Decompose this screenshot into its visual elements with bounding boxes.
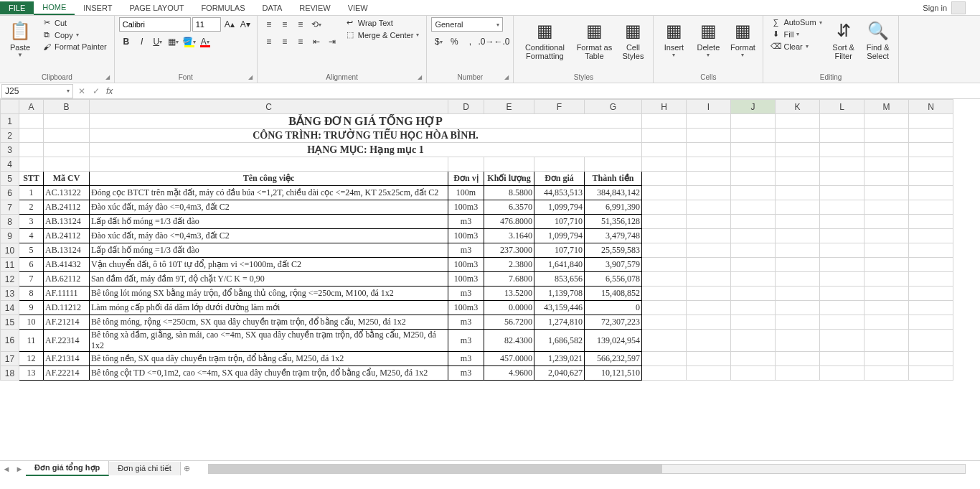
cell[interactable] [909,229,953,243]
cell[interactable] [864,229,909,243]
cell-ma[interactable]: AD.11212 [44,301,90,315]
cell-dg[interactable]: 1,274,810 [534,315,585,330]
cell-dv[interactable]: 100m3 [448,229,484,243]
cell[interactable] [687,366,731,381]
cell-dv[interactable]: m3 [448,287,484,301]
cell-ma[interactable]: AB.62112 [44,272,90,287]
clear-button[interactable]: ⌫Clear▾ [768,41,824,52]
cell-ten[interactable]: Bê tông cột TD <=0,1m2, cao <=4m, SX qua… [90,366,448,381]
row-header[interactable]: 8 [1,215,19,229]
comma-format-button[interactable]: , [463,34,477,49]
col-header[interactable]: E [484,100,534,114]
col-header[interactable]: D [448,100,484,114]
cell-tt[interactable]: 566,232,597 [585,352,642,366]
row-header[interactable]: 17 [1,352,19,366]
title-3[interactable]: HẠNG MỤC: Hạng mục 1 [90,143,642,157]
cell-ma[interactable]: AF.11111 [44,287,90,301]
cell[interactable] [687,215,731,229]
name-box[interactable]: J25▾ [1,84,73,98]
cell[interactable] [864,157,909,172]
cell[interactable] [820,114,864,129]
row-header[interactable]: 10 [1,243,19,258]
cell-dv[interactable]: 100m3 [448,272,484,287]
cell[interactable] [776,287,820,301]
cell-ma[interactable]: AB.13124 [44,215,90,229]
cell[interactable] [731,366,776,381]
cell-dv[interactable]: 100m [448,186,484,200]
cell-dv[interactable]: 100m3 [448,301,484,315]
cell[interactable] [909,287,953,301]
percent-format-button[interactable]: % [447,34,461,49]
cell-ten[interactable]: Bê tông lót móng SX bằng máy trộn, đổ bằ… [90,287,448,301]
cell[interactable] [820,215,864,229]
cell[interactable] [687,287,731,301]
cell-ma[interactable]: AF.22314 [44,330,90,352]
cell[interactable] [776,186,820,200]
cell-dg[interactable]: 1,239,021 [534,352,585,366]
cell[interactable] [909,129,953,143]
cell[interactable] [909,114,953,129]
cell[interactable] [642,215,687,229]
cell-stt[interactable]: 1 [19,186,44,200]
cell-dv[interactable]: 100m3 [448,200,484,215]
cell[interactable] [687,315,731,330]
cell[interactable] [909,352,953,366]
cell-kl[interactable]: 476.8000 [484,215,534,229]
col-header[interactable]: H [642,100,687,114]
cell-kl[interactable]: 8.5800 [484,186,534,200]
cell[interactable] [731,272,776,287]
cell[interactable] [687,186,731,200]
cell[interactable] [687,330,731,352]
cell[interactable] [864,243,909,258]
horizontal-scrollbar[interactable] [208,464,966,474]
cell-stt[interactable]: 4 [19,229,44,243]
tab-page-layout[interactable]: PAGE LAYOUT [121,1,192,14]
cell[interactable] [909,258,953,272]
cell-tt[interactable]: 51,356,128 [585,215,642,229]
tab-formulas[interactable]: FORMULAS [192,1,253,14]
cell-dv[interactable]: m3 [448,243,484,258]
cell[interactable] [864,287,909,301]
cell-stt[interactable]: 8 [19,287,44,301]
enter-formula-button[interactable]: ✓ [89,86,103,96]
cell-dg[interactable]: 853,656 [534,272,585,287]
cell[interactable] [864,258,909,272]
cell-dg[interactable]: 107,710 [534,243,585,258]
row-header[interactable]: 18 [1,366,19,381]
cell[interactable] [642,366,687,381]
table-header-cell[interactable]: Khối lượng [484,172,534,186]
tab-insert[interactable]: INSERT [75,1,121,14]
cell-kl[interactable]: 56.7200 [484,315,534,330]
cell[interactable] [909,172,953,186]
cell[interactable] [776,229,820,243]
cell-ten[interactable]: Đóng cọc BTCT trên mặt đất, máy có đầu b… [90,186,448,200]
cell-dg[interactable]: 1,641,840 [534,258,585,272]
cell-tt[interactable]: 25,559,583 [585,243,642,258]
cell[interactable] [776,215,820,229]
cell[interactable] [776,157,820,172]
format-cells-button[interactable]: ▦Format▾ [727,17,758,60]
fx-icon[interactable]: fx [106,86,113,96]
cell-ma[interactable]: AB.24112 [44,200,90,215]
cell[interactable] [731,287,776,301]
align-middle-button[interactable]: ≡ [278,17,292,32]
cell[interactable] [642,114,687,129]
cell[interactable] [820,157,864,172]
sort-filter-button[interactable]: ⇵Sort & Filter [828,17,859,62]
cell[interactable] [731,129,776,143]
cell[interactable] [642,229,687,243]
cell-dg[interactable]: 2,040,627 [534,366,585,381]
underline-button[interactable]: U▾ [151,34,165,49]
cell-stt[interactable]: 2 [19,200,44,215]
cell[interactable] [820,352,864,366]
row-header[interactable]: 1 [1,114,19,129]
cell[interactable] [585,157,642,172]
cell[interactable] [687,258,731,272]
cell[interactable] [776,129,820,143]
increase-font-button[interactable]: A▴ [222,17,237,32]
cell[interactable] [534,157,585,172]
cell[interactable] [448,157,484,172]
cell-ten[interactable]: Bê tông nền, SX qua dây chuyền trạm trộn… [90,352,448,366]
table-header-cell[interactable]: Mã CV [44,172,90,186]
cell[interactable] [776,114,820,129]
